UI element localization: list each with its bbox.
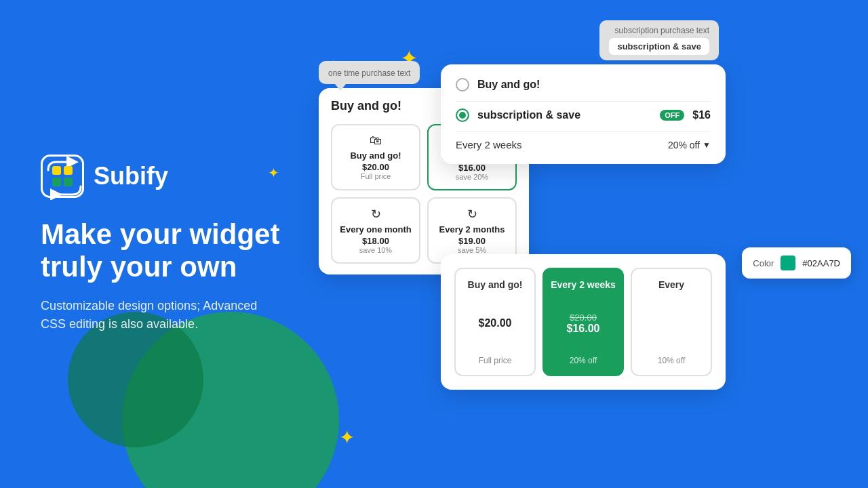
option-title-1: Buy and go! (339, 150, 412, 161)
sub-sub-row: subscription & save OFF $16 (456, 108, 711, 122)
sub-freq-label: Every 2 weeks (456, 139, 522, 150)
logo-icon (41, 155, 84, 198)
option-icon-3: ↻ (339, 207, 412, 222)
sub-tooltip-text: subscription purchase text (609, 26, 709, 35)
tile-title-2: Every 2 weeks (551, 279, 616, 291)
tiles-row: Buy and go! $20.00 Full price Every 2 we… (454, 268, 712, 376)
sub-tooltip-container: subscription purchase text subscription … (441, 20, 719, 60)
logo-dot-1 (52, 166, 61, 175)
sub-divider-2 (456, 131, 711, 132)
logo-dot-2 (64, 166, 73, 175)
sub-price: $16 (692, 109, 711, 121)
logo-container: Subify (41, 155, 298, 198)
option-title-4: Every 2 months (435, 224, 509, 235)
otp-tooltip-text: one time purchase text (328, 68, 410, 78)
option-tile-1[interactable]: 🛍 Buy and go! $20.00 Full price (331, 124, 420, 190)
logo-dot-3 (52, 178, 61, 186)
tile-title-3: Every (639, 279, 704, 291)
option-tile-3[interactable]: ↻ Every one month $18.00 save 10% (331, 197, 420, 264)
color-swatch[interactable] (781, 256, 795, 270)
sub-dropdown-arrow-icon[interactable]: ▼ (703, 140, 711, 150)
tile-price-2: $16.00 (551, 323, 616, 335)
bottom-card: Buy and go! $20.00 Full price Every 2 we… (441, 254, 726, 390)
logo-dot-4 (64, 178, 73, 186)
color-popup: Color #02AA7D (742, 247, 851, 279)
hero-headline: Make your widget truly your own (41, 218, 298, 284)
sub-radio-buy[interactable] (456, 78, 469, 92)
option-save-3: save 10% (339, 246, 412, 254)
sub-discount: 20% off ▼ (668, 140, 711, 150)
option-price-2: $16.00 (435, 163, 509, 173)
sub-tooltip-inner: subscription & save (609, 38, 709, 55)
freq-tile-2[interactable]: Every 2 weeks $20.00 $16.00 20% off (542, 268, 624, 376)
sub-radio-sub[interactable] (456, 108, 469, 122)
option-save-1: Full price (339, 172, 412, 180)
hero-subtext: Customizable design options; Advanced CS… (41, 297, 285, 333)
option-price-1: $20.00 (339, 162, 412, 172)
option-price-3: $18.00 (339, 236, 412, 246)
tile-title-1: Buy and go! (462, 279, 528, 291)
option-icon-1: 🛍 (339, 134, 412, 148)
option-price-4: $19.00 (435, 236, 509, 246)
sub-sub-label: subscription & save (477, 109, 649, 121)
freq-tile-3[interactable]: Every 10% off (631, 268, 712, 376)
sub-tooltip-outer: subscription purchase text subscription … (599, 20, 719, 60)
option-icon-4: ↻ (435, 207, 509, 222)
tile-save-2: 20% off (551, 356, 616, 365)
tile-save-1: Full price (462, 356, 528, 365)
sub-freq-row: Every 2 weeks 20% off ▼ (456, 139, 711, 150)
sub-divider (456, 101, 711, 102)
option-save-2: save 20% (435, 173, 509, 181)
sub-discount-text: 20% off (668, 140, 700, 150)
option-title-3: Every one month (339, 224, 412, 235)
tile-price-1: $20.00 (462, 317, 528, 329)
logo-grid (52, 166, 73, 186)
option-save-4: save 5% (435, 246, 509, 254)
right-area: one time purchase text Buy and go! 🛍 Buy… (319, 20, 848, 468)
sub-buy-label: Buy and go! (477, 79, 711, 91)
sub-card-body: Buy and go! subscription & save OFF $16 … (441, 64, 726, 164)
color-label: Color (753, 258, 774, 268)
tile-save-3: 10% off (639, 356, 704, 365)
tile-orig-price-2: $20.00 (551, 312, 616, 323)
sub-off-badge: OFF (660, 110, 684, 121)
sub-buy-row: Buy and go! (456, 78, 711, 92)
sub-card: subscription purchase text subscription … (441, 20, 726, 164)
color-hex: #02AA7D (802, 258, 840, 268)
brand-name: Subify (94, 162, 168, 190)
otp-tooltip: one time purchase text (319, 61, 420, 84)
left-panel: Subify Make your widget truly your own C… (27, 0, 312, 488)
freq-tile-1[interactable]: Buy and go! $20.00 Full price (454, 268, 536, 376)
